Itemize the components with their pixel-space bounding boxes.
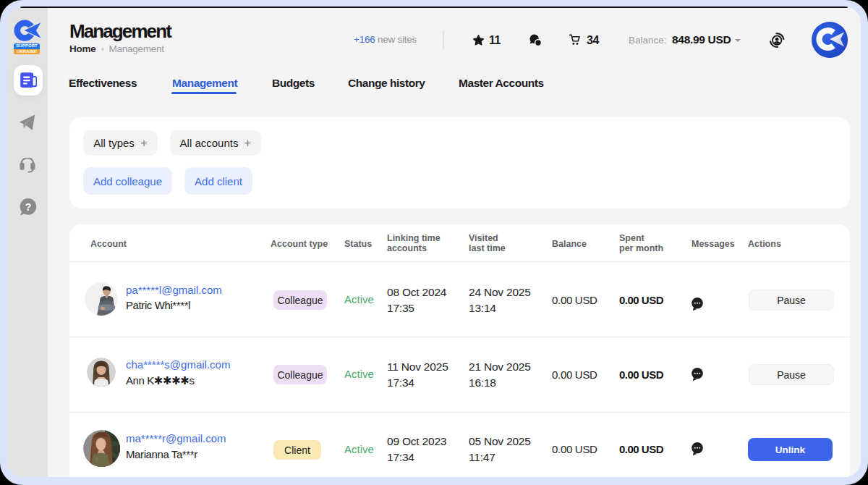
svg-text:?: ?: [25, 201, 31, 213]
